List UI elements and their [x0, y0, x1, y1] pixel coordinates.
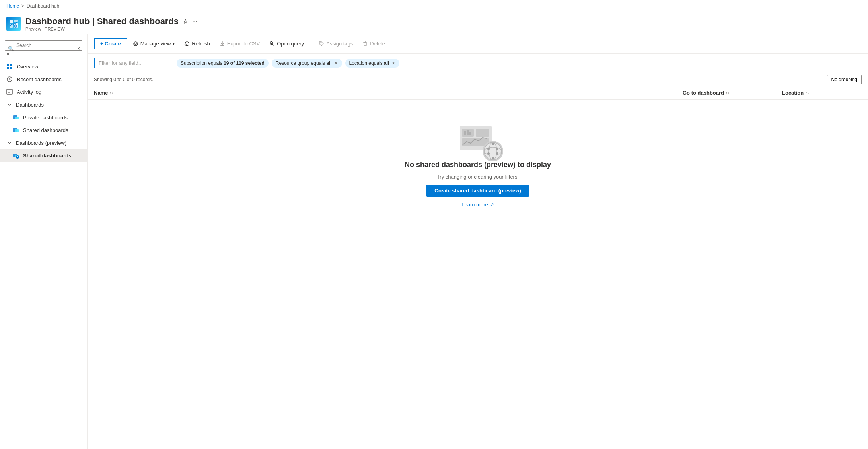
manage-view-chevron: ▾	[173, 41, 175, 46]
page-title-row: Dashboard hub | Shared dashboards ☆ ···	[25, 16, 197, 27]
delete-icon	[362, 41, 368, 47]
learn-more-text: Learn more	[461, 202, 488, 208]
sidebar-item-shared-dashboards[interactable]: Shared dashboards	[0, 124, 87, 136]
location-chip-value: all	[384, 60, 389, 66]
breadcrumb-separator: >	[21, 3, 24, 9]
shared-preview-icon	[13, 152, 19, 159]
page-title-text: Dashboard hub | Shared dashboards	[25, 16, 179, 27]
page-title-block: Dashboard hub | Shared dashboards ☆ ··· …	[25, 16, 197, 31]
location-chip-label: Location equals all	[349, 60, 389, 66]
search-icon: 🔍	[8, 46, 14, 51]
col-goto-sort-icon: ↑↓	[726, 91, 730, 95]
sidebar-section-dashboards-label: Dashboards	[16, 102, 44, 108]
empty-illustration	[458, 124, 506, 162]
assign-tags-button[interactable]: Assign tags	[315, 39, 357, 49]
col-name-label: Name	[94, 90, 108, 96]
recent-icon	[6, 76, 13, 82]
svg-rect-17	[15, 129, 19, 132]
sidebar-item-overview[interactable]: Overview	[0, 60, 87, 73]
no-grouping-button[interactable]: No grouping	[827, 75, 862, 84]
resource-group-chip-close[interactable]: ✕	[334, 60, 338, 66]
svg-point-23	[135, 43, 136, 45]
records-bar: Showing 0 to 0 of 0 records. No grouping	[88, 72, 868, 87]
svg-rect-1	[14, 20, 18, 22]
page-header: Dashboard hub | Shared dashboards ☆ ··· …	[0, 12, 868, 34]
table-header: Name ↑↓ Go to dashboard ↑↓ Location ↑↓	[88, 87, 868, 100]
records-count: Showing 0 to 0 of 0 records.	[94, 77, 153, 82]
sidebar-section-dashboards-preview[interactable]: Dashboards (preview)	[0, 136, 87, 149]
refresh-button[interactable]: Refresh	[180, 39, 214, 49]
filter-input[interactable]: Filter for any field...	[94, 58, 173, 68]
svg-point-46	[496, 152, 498, 155]
export-icon	[220, 41, 225, 47]
svg-point-48	[487, 152, 490, 155]
more-icon[interactable]: ···	[192, 18, 197, 25]
activity-icon	[6, 89, 13, 95]
svg-point-5	[15, 25, 16, 27]
empty-title: No shared dashboards (preview) to displa…	[405, 161, 551, 169]
svg-point-21	[17, 156, 18, 157]
sidebar-item-recent[interactable]: Recent dashboards	[0, 73, 87, 86]
toolbar: + Create Manage view ▾ Refresh Export to…	[88, 34, 868, 54]
svg-rect-36	[464, 131, 466, 135]
resource-group-filter-chip[interactable]: Resource group equals all ✕	[272, 59, 342, 68]
sidebar-item-activity-label: Activity log	[17, 89, 41, 95]
table-col-name[interactable]: Name ↑↓	[94, 90, 683, 96]
learn-more-link[interactable]: Learn more ↗	[461, 202, 494, 208]
chevron-down-icon-2	[6, 140, 13, 146]
dashboard-hub-icon	[9, 19, 18, 28]
subscription-filter-chip[interactable]: Subscription equals 19 of 119 selected	[177, 59, 269, 68]
location-chip-close[interactable]: ✕	[391, 60, 395, 66]
export-csv-label: Export to CSV	[227, 41, 260, 47]
create-shared-dashboard-button[interactable]: Create shared dashboard (preview)	[426, 185, 529, 197]
page-subtitle: Preview | PREVIEW	[25, 27, 197, 31]
export-csv-button[interactable]: Export to CSV	[216, 39, 264, 49]
svg-line-27	[272, 44, 274, 46]
refresh-label: Refresh	[192, 41, 210, 47]
filter-placeholder: Filter for any field...	[99, 60, 143, 66]
chevron-down-icon	[6, 101, 13, 108]
external-link-icon: ↗	[490, 202, 494, 208]
private-dashboard-icon	[13, 114, 19, 121]
delete-label: Delete	[370, 41, 385, 47]
page-icon	[6, 17, 21, 31]
manage-view-button[interactable]: Manage view ▾	[129, 39, 179, 49]
create-button[interactable]: + Create	[94, 38, 127, 49]
col-location-sort-icon: ↑↓	[805, 91, 809, 95]
delete-button[interactable]: Delete	[358, 39, 389, 49]
svg-point-20	[16, 155, 19, 159]
sidebar-item-shared-label: Shared dashboards	[23, 127, 68, 133]
breadcrumb-current: Dashboard hub	[27, 3, 59, 9]
svg-rect-34	[476, 129, 489, 137]
manage-view-icon	[133, 41, 138, 47]
sidebar-section-dashboards[interactable]: Dashboards	[0, 98, 87, 111]
svg-point-44	[492, 143, 494, 145]
table-col-location[interactable]: Location ↑↓	[782, 90, 862, 96]
assign-tags-label: Assign tags	[326, 41, 353, 47]
shared-dashboard-icon	[13, 127, 19, 133]
svg-rect-6	[7, 64, 9, 66]
toolbar-divider	[311, 40, 311, 48]
location-filter-chip[interactable]: Location equals all ✕	[345, 59, 400, 68]
svg-rect-11	[7, 89, 12, 94]
col-location-label: Location	[782, 90, 804, 96]
sidebar-item-private-label: Private dashboards	[23, 115, 68, 121]
sidebar-item-shared-preview[interactable]: Shared dashboards	[0, 149, 87, 162]
search-input[interactable]	[5, 40, 82, 51]
table-col-goto[interactable]: Go to dashboard ↑↓	[683, 90, 782, 96]
open-query-button[interactable]: Open query	[265, 39, 308, 49]
svg-point-28	[320, 42, 321, 43]
empty-state-icon	[458, 124, 498, 156]
svg-rect-15	[15, 117, 19, 119]
svg-rect-0	[10, 20, 13, 23]
sidebar-item-activity[interactable]: Activity log	[0, 86, 87, 98]
sidebar-item-private-dashboards[interactable]: Private dashboards	[0, 111, 87, 124]
main-layout: 🔍 × « Overview Recent dashboards Activit…	[0, 34, 868, 449]
search-clear-icon[interactable]: ×	[77, 46, 80, 51]
breadcrumb-home[interactable]: Home	[6, 3, 19, 9]
breadcrumb: Home > Dashboard hub	[0, 0, 868, 12]
pin-icon[interactable]: ☆	[183, 18, 188, 25]
sidebar-collapse-btn[interactable]: «	[6, 51, 10, 57]
sidebar-search-container: 🔍 × «	[0, 37, 87, 60]
resource-group-chip-label: Resource group equals all	[276, 60, 332, 66]
